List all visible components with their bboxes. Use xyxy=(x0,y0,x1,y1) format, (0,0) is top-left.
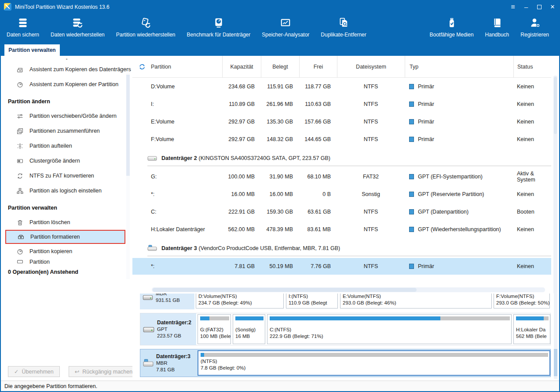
table-vertical-scrollbar[interactable] xyxy=(553,76,557,294)
sidebar-item-copy[interactable]: Partition kopieren xyxy=(1,244,132,259)
diskmap-partition-g[interactable]: G:(FAT32) 100 MB (Bele xyxy=(198,314,231,344)
table-row[interactable]: *: 16.00 MB 16.00 MB 0 B Sonstig GPT (Re… xyxy=(132,185,551,203)
toolbar-item-restore-partition[interactable]: Partition wiederherstellen xyxy=(110,13,181,38)
menu-icon[interactable]: ≡ xyxy=(506,1,520,13)
app-window: MiniTool Partition Wizard Kostenlos 13.6… xyxy=(0,0,560,392)
apply-button[interactable]: ✓ Übernehmen xyxy=(8,366,60,377)
table-row[interactable]: H:Lokaler Datenträger 562.00 MB 478.39 M… xyxy=(132,221,551,238)
sidebar-item-format[interactable]: Partition formatieren xyxy=(5,230,125,244)
disk-icon xyxy=(147,155,157,161)
tab-partition-verwalten[interactable]: Partition verwalten xyxy=(4,44,60,56)
scrollbar-thumb[interactable] xyxy=(153,288,417,292)
sidebar-item-clipped[interactable]: Partition xyxy=(1,259,132,265)
table-row[interactable]: G: 100.00 MB 31.90 MB 68.10 MB FAT32 GPT… xyxy=(132,168,551,185)
toolbar-item-space-analyzer[interactable]: Speicher-Analysator xyxy=(256,13,315,38)
partition-type-icon xyxy=(409,209,414,214)
sidebar-scrollbar[interactable] xyxy=(126,73,130,279)
delete-partition-icon xyxy=(17,219,23,226)
disk-icon xyxy=(143,325,154,333)
sidebar-item-ntfs-to-fat[interactable]: NTFS zu FAT konvertieren xyxy=(1,168,132,183)
diskmap-partition-c[interactable]: C:(NTFS) 222.9 GB (Belegt: 71%) xyxy=(267,314,512,344)
disk2-group-header[interactable]: Datenträger 2 (KINGSTON SA400S37240G SAT… xyxy=(132,148,551,168)
restore-partition-icon xyxy=(140,16,151,29)
table-row[interactable]: C: 222.91 GB 159.30 GB 63.61 GB NTFS GPT… xyxy=(132,203,551,221)
sidebar-item-delete[interactable]: Partition löschen xyxy=(1,215,132,230)
toolbar-item-bootable-media[interactable]: Bootfähige Medien xyxy=(424,13,479,38)
copy-partition-icon xyxy=(17,81,23,88)
diskmap-partition-d[interactable]: D:Volume(NTFS) 234.7 GB (Belegt: 49%) xyxy=(196,294,284,309)
pending-operations-label: 0 Operation(en) Anstehend xyxy=(1,269,132,275)
minimize-button[interactable]: – xyxy=(520,1,533,13)
diskmap-disk2-label: Datenträger:2GPT223.57 GB xyxy=(140,313,196,345)
sidebar-clipped-item: - xyxy=(1,56,132,62)
toolbar-item-duplicate-remover[interactable]: Duplikate-Entferner xyxy=(315,13,372,38)
usage-bar xyxy=(270,316,510,320)
copy-partition-icon xyxy=(17,248,23,255)
status-text: Die angegebene Partition formatieren. xyxy=(4,383,97,389)
app-logo-icon xyxy=(4,3,11,11)
diskmap-partition-i[interactable]: I:(NTFS) 110.9 GB (Belegt xyxy=(286,294,338,309)
toolbar-item-backup[interactable]: Daten sichern xyxy=(1,13,45,38)
disk3-group-header[interactable]: Datenträger 3 (VendorCo ProductCode USB,… xyxy=(132,238,551,258)
table-row[interactable]: E:Volume 292.97 GB 135.30 GB 157.66 GB N… xyxy=(132,113,551,131)
toolbar-item-manual[interactable]: Handbuch xyxy=(479,13,515,38)
table-row[interactable]: F:Volume 292.97 GB 148.32 GB 144.65 GB N… xyxy=(132,131,551,148)
diskmap-disk2-row[interactable]: Datenträger:2GPT223.57 GB G:(FAT32) 100 … xyxy=(140,313,551,345)
table-row[interactable]: D:Volume 234.68 GB 115.91 GB 118.77 GB N… xyxy=(132,78,551,95)
toolbar-item-register[interactable]: Registrieren xyxy=(515,13,555,38)
usage-bar xyxy=(200,316,229,320)
title-bar: MiniTool Partition Wizard Kostenlos 13.6… xyxy=(1,1,559,13)
diskmap-disk1-row[interactable]: MBR931.51 GB D:Volume(NTFS) 234.7 GB (Be… xyxy=(140,294,551,309)
table-row-selected[interactable]: *: 7.81 GB 50.19 MB 7.76 GB NTFS Primär … xyxy=(132,258,551,275)
diskmap-partition-usb[interactable]: (NTFS) 7.8 GB (Belegt: 0%) xyxy=(198,350,550,376)
drive-icon xyxy=(17,259,23,265)
sidebar-section-partition-aendern: Partition ändern xyxy=(1,94,132,109)
usb-disk-icon xyxy=(147,245,157,251)
sidebar-item-merge[interactable]: Partitionen zusammenführen xyxy=(1,123,132,138)
restore-data-icon xyxy=(72,16,83,29)
app-title: MiniTool Partition Wizard Kostenlos 13.6 xyxy=(15,4,110,10)
set-logical-icon xyxy=(17,188,23,194)
diskmap-partition-e[interactable]: E:Volume(NTFS) 293.0 GB (Belegt: 46%) xyxy=(340,294,492,309)
diskmap-partition-f[interactable]: F:Volume(NTFS) 293.0 GB (Belegt: 50%) xyxy=(494,294,550,309)
merge-partitions-icon xyxy=(17,128,23,134)
diskmap-disk3-label: Datenträger:3MBR7.81 GB xyxy=(140,349,196,377)
partition-type-icon xyxy=(409,137,414,142)
usb-disk-icon xyxy=(143,359,154,367)
partition-type-icon xyxy=(409,174,414,179)
scrollbar-thumb[interactable] xyxy=(554,77,557,134)
toolbar-item-benchmark[interactable]: Benchmark für Datenträger xyxy=(181,13,256,38)
sidebar-scrollbar-thumb[interactable] xyxy=(126,75,130,176)
maximize-button[interactable] xyxy=(533,1,546,13)
diskmap-disk3-row[interactable]: Datenträger:3MBR7.81 GB (NTFS) 7.8 GB (B… xyxy=(140,349,551,377)
usage-bar xyxy=(516,316,549,320)
cluster-size-icon xyxy=(17,158,23,164)
status-bar: Die angegebene Partition formatieren. xyxy=(1,381,559,391)
format-partition-icon xyxy=(18,234,24,240)
diskmap-horizontal-scrollbar[interactable] xyxy=(152,287,545,292)
partition-type-icon xyxy=(409,192,414,197)
duplicate-remover-icon xyxy=(338,16,349,29)
sidebar-item-cluster-size[interactable]: Clustergröße ändern xyxy=(1,153,132,168)
copy-disk-icon xyxy=(17,66,23,73)
sidebar-item-set-logical[interactable]: Partition als logisch einstellen xyxy=(1,183,132,198)
diskmap-partition-h[interactable]: H:Lokaler Da 562 MB (Bele xyxy=(513,314,550,344)
diskmap-vertical-scrollbar[interactable] xyxy=(554,294,557,379)
sidebar-section-partition-verwalten: Partition verwalten xyxy=(1,201,132,215)
scrollbar-thumb[interactable] xyxy=(554,349,557,376)
close-button[interactable]: ✕ xyxy=(546,1,559,13)
toolbar-item-restore-data[interactable]: Daten wiederherstellen xyxy=(45,13,110,38)
sidebar-item-move-resize[interactable]: Partition verschieben/Größe ändern xyxy=(1,109,132,123)
maximize-icon xyxy=(537,5,542,9)
undo-button[interactable]: ↩ Rückgängig machen xyxy=(69,366,133,377)
diskmap-partition-reserved[interactable]: (Sonstig) 16 MB xyxy=(233,314,265,344)
sidebar-item-split[interactable]: Partition aufteilen xyxy=(1,138,132,153)
register-user-icon xyxy=(529,16,541,29)
usage-bar xyxy=(201,353,548,357)
check-icon: ✓ xyxy=(14,368,18,375)
sidebar-item-copy-partition-wizard[interactable]: Assistent zum Kopieren der Partition xyxy=(1,77,132,92)
toolbar: Daten sichern Daten wiederherstellen Par… xyxy=(1,13,559,43)
refresh-icon[interactable] xyxy=(139,63,146,70)
sidebar-item-copy-disk-wizard[interactable]: Assistent zum Kopieren des Datenträgers xyxy=(1,62,132,77)
table-row[interactable]: I: 110.89 GB 261.96 MB 110.63 GB NTFS Pr… xyxy=(132,95,551,113)
